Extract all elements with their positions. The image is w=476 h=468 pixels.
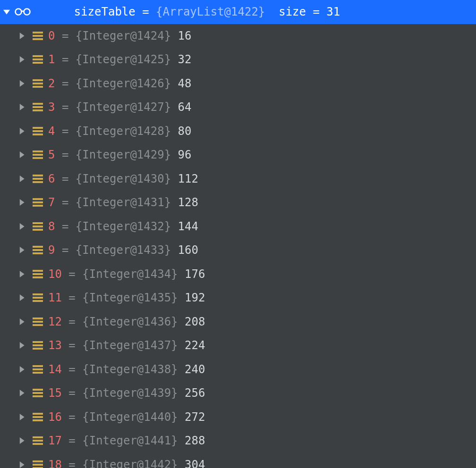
element-value: 112 xyxy=(178,172,198,185)
equals-sign: = xyxy=(62,458,82,468)
expand-toggle-icon[interactable] xyxy=(15,33,28,39)
list-element-icon xyxy=(28,318,47,326)
equals-sign: = xyxy=(55,172,75,185)
variable-value-text: 11 = {Integer@1435} 192 xyxy=(48,292,205,303)
list-item[interactable]: 4 = {Integer@1428} 80 xyxy=(0,119,476,143)
element-index: 15 xyxy=(48,386,62,400)
element-value: 96 xyxy=(178,148,192,161)
list-item[interactable]: 17 = {Integer@1441} 288 xyxy=(0,429,476,453)
list-element-icon xyxy=(28,436,47,445)
element-value: 240 xyxy=(185,363,205,376)
element-index: 17 xyxy=(48,434,62,447)
variable-value-text: 14 = {Integer@1438} 240 xyxy=(48,364,205,375)
element-index: 0 xyxy=(48,29,55,42)
list-element-icon xyxy=(28,293,47,302)
expand-toggle-icon[interactable] xyxy=(15,461,28,468)
element-type: {Integer@1428} xyxy=(76,125,171,138)
element-index: 5 xyxy=(48,148,55,161)
list-item[interactable]: 9 = {Integer@1433} 160 xyxy=(0,238,476,262)
element-value: 256 xyxy=(185,386,205,400)
list-item[interactable]: 13 = {Integer@1437} 224 xyxy=(0,334,476,358)
expand-toggle-icon[interactable] xyxy=(15,199,28,206)
expand-toggle-icon[interactable] xyxy=(15,366,28,373)
element-type: {Integer@1425} xyxy=(76,53,171,66)
expand-toggle-icon[interactable] xyxy=(15,342,28,349)
expand-toggle-icon[interactable] xyxy=(15,223,28,230)
element-type: {Integer@1432} xyxy=(76,220,171,233)
expand-toggle-icon[interactable] xyxy=(15,80,28,87)
variable-value-text: 5 = {Integer@1429} 96 xyxy=(48,149,191,160)
element-value: 272 xyxy=(185,410,205,424)
element-type: {Integer@1440} xyxy=(82,410,178,424)
svg-point-0 xyxy=(16,9,22,15)
equals-sign: = xyxy=(62,363,82,376)
element-type: {Integer@1426} xyxy=(76,77,171,90)
expand-toggle-icon[interactable] xyxy=(15,247,28,253)
list-item[interactable]: 7 = {Integer@1431} 128 xyxy=(0,191,476,215)
element-type: {Integer@1429} xyxy=(76,148,171,161)
element-type: {Integer@1434} xyxy=(82,267,178,281)
list-element-icon xyxy=(28,389,47,397)
list-item[interactable]: 6 = {Integer@1430} 112 xyxy=(0,167,476,191)
element-index: 18 xyxy=(48,458,62,468)
variable-value-text: 9 = {Integer@1433} 160 xyxy=(48,244,198,256)
equals-sign: = xyxy=(62,339,82,352)
list-item[interactable]: 5 = {Integer@1429} 96 xyxy=(0,143,476,167)
element-value: 176 xyxy=(185,267,205,281)
list-item[interactable]: 8 = {Integer@1432} 144 xyxy=(0,215,476,239)
list-element-icon xyxy=(28,55,47,64)
equals-sign: = xyxy=(55,243,75,257)
element-value: 80 xyxy=(178,125,192,138)
element-type: {Integer@1439} xyxy=(82,386,178,400)
list-element-icon xyxy=(28,341,47,350)
element-index: 16 xyxy=(48,410,62,424)
equals-sign: = xyxy=(55,77,75,90)
list-item[interactable]: 15 = {Integer@1439} 256 xyxy=(0,381,476,405)
element-value: 144 xyxy=(178,220,198,233)
element-value: 208 xyxy=(185,315,205,328)
list-element-icon xyxy=(28,365,47,374)
expand-toggle-icon[interactable] xyxy=(15,294,28,301)
element-type: {Integer@1424} xyxy=(76,29,171,42)
equals-sign: = xyxy=(55,220,75,233)
expand-toggle-icon[interactable] xyxy=(15,414,28,420)
list-item[interactable]: 1 = {Integer@1425} 32 xyxy=(0,48,476,72)
expand-toggle-icon[interactable] xyxy=(15,390,28,396)
list-element-icon xyxy=(28,103,47,111)
element-index: 12 xyxy=(48,315,62,328)
expand-toggle-icon[interactable] xyxy=(15,318,28,325)
expand-toggle-icon[interactable] xyxy=(15,104,28,110)
expand-toggle-icon[interactable] xyxy=(15,176,28,182)
expand-toggle-icon[interactable] xyxy=(15,128,28,134)
variable-value-text: 3 = {Integer@1427} 64 xyxy=(48,101,191,113)
expand-toggle-icon[interactable] xyxy=(15,437,28,444)
list-element-icon xyxy=(28,127,47,135)
expand-toggle-icon[interactable] xyxy=(15,271,28,277)
list-item[interactable]: 12 = {Integer@1436} 208 xyxy=(0,310,476,334)
list-item[interactable]: 2 = {Integer@1426} 48 xyxy=(0,72,476,96)
element-index: 8 xyxy=(48,220,55,233)
list-item[interactable]: 3 = {Integer@1427} 64 xyxy=(0,95,476,119)
element-value: 32 xyxy=(178,53,192,66)
list-item[interactable]: 11 = {Integer@1435} 192 xyxy=(0,286,476,310)
element-value: 288 xyxy=(185,434,205,447)
element-index: 3 xyxy=(48,100,55,114)
expand-toggle-icon[interactable] xyxy=(15,151,28,158)
element-value: 192 xyxy=(185,291,205,304)
variable-value-text: 2 = {Integer@1426} 48 xyxy=(48,78,191,89)
element-type: {Integer@1441} xyxy=(82,434,178,447)
variable-root-row[interactable]: sizeTable = {ArrayList@1422} size = 31 xyxy=(0,0,476,24)
variable-value-text: 7 = {Integer@1431} 128 xyxy=(48,197,198,208)
element-type: {Integer@1438} xyxy=(82,363,178,376)
expand-toggle-icon[interactable] xyxy=(15,56,28,63)
list-element-icon xyxy=(28,79,47,88)
variable-value-text: 18 = {Integer@1442} 304 xyxy=(48,459,205,468)
list-item[interactable]: 14 = {Integer@1438} 240 xyxy=(0,358,476,382)
list-item[interactable]: 16 = {Integer@1440} 272 xyxy=(0,405,476,429)
element-value: 48 xyxy=(178,77,192,90)
list-item[interactable]: 10 = {Integer@1434} 176 xyxy=(0,262,476,286)
expand-toggle-icon[interactable] xyxy=(0,8,13,15)
list-element-icon xyxy=(28,198,47,207)
list-item[interactable]: 18 = {Integer@1442} 304 xyxy=(0,453,476,468)
element-index: 9 xyxy=(48,243,55,257)
